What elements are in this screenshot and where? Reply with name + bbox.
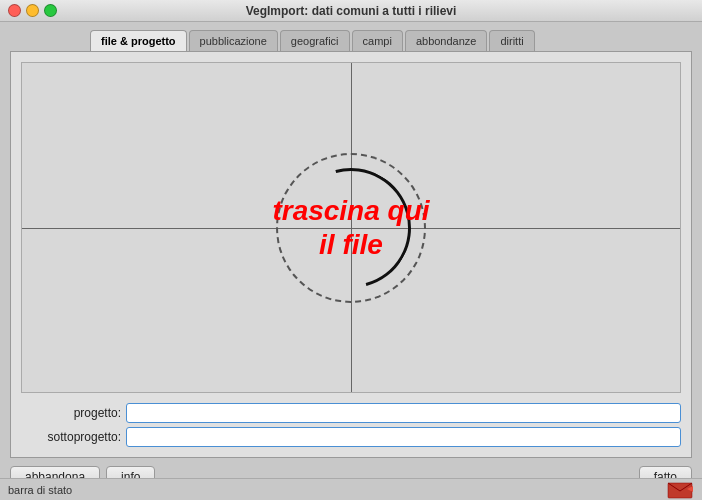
status-text: barra di stato (8, 484, 666, 496)
minimize-button[interactable] (26, 4, 39, 17)
tab-diritti[interactable]: diritti (489, 30, 534, 51)
window-title: VegImport: dati comuni a tutti i rilievi (246, 4, 457, 18)
title-bar: VegImport: dati comuni a tutti i rilievi (0, 0, 702, 22)
tab-campi[interactable]: campi (352, 30, 403, 51)
envelope-svg (667, 481, 693, 499)
window-body: file & progetto pubblicazione geografici… (0, 22, 702, 500)
close-button[interactable] (8, 4, 21, 17)
envelope-icon (666, 481, 694, 499)
tab-file-progetto[interactable]: file & progetto (90, 30, 187, 51)
sottoprogetto-row: sottoprogetto: (21, 427, 681, 447)
sottoprogetto-label: sottoprogetto: (21, 430, 121, 444)
drop-text: trascina qui il file (272, 194, 429, 261)
window-controls[interactable] (8, 4, 57, 17)
target-graphic: trascina qui il file (251, 128, 451, 328)
content-panel: trascina qui il file progetto: sottoprog… (10, 51, 692, 458)
tab-pubblicazione[interactable]: pubblicazione (189, 30, 278, 51)
tab-bar: file & progetto pubblicazione geografici… (10, 30, 692, 51)
status-bar: barra di stato (0, 478, 702, 500)
progetto-row: progetto: (21, 403, 681, 423)
tab-geografici[interactable]: geografici (280, 30, 350, 51)
form-section: progetto: sottoprogetto: (21, 403, 681, 447)
sottoprogetto-input[interactable] (126, 427, 681, 447)
progetto-input[interactable] (126, 403, 681, 423)
drop-zone[interactable]: trascina qui il file (21, 62, 681, 393)
maximize-button[interactable] (44, 4, 57, 17)
progetto-label: progetto: (21, 406, 121, 420)
tab-abbondanze[interactable]: abbondanze (405, 30, 488, 51)
